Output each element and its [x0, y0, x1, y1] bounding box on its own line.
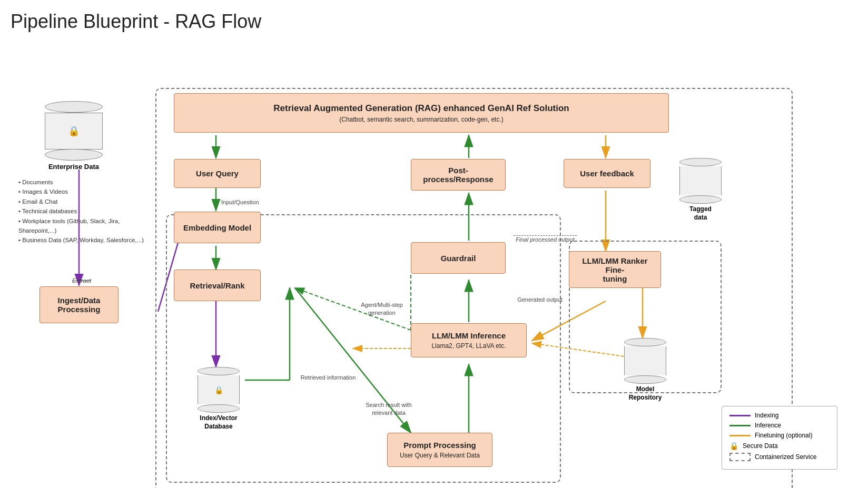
enterprise-list: • Documents • Images & Videos • Email & …: [18, 177, 145, 245]
ent-item-4: • Technical databases: [18, 206, 145, 216]
ent-item-6: • Business Data (SAP, Workday, Salesforc…: [18, 235, 145, 245]
legend-green-line: [729, 425, 751, 426]
cylinder-top: [45, 101, 103, 113]
agent-multi-label: Agent/Multi-step generation: [350, 301, 413, 317]
index-vector-label: Index/Vector Database: [200, 414, 237, 431]
enterprise-label: Enterprise Data: [48, 163, 99, 171]
diagram: Retrieval Augmented Generation (RAG) enh…: [11, 43, 843, 485]
legend-containerized: Containerized Service: [729, 453, 830, 461]
legend-finetuning: Finetuning (optional): [729, 432, 830, 439]
cylinder-bottom: [45, 149, 103, 161]
legend-box: Indexing Inference Finetuning (optional)…: [722, 406, 837, 470]
model-repo-label: Model Repository: [629, 385, 662, 402]
embedding-model-box: Embedding Model: [174, 212, 261, 243]
vector-lock-icon: 🔒: [214, 386, 223, 394]
legend-purple-line: [729, 415, 751, 416]
user-feedback-box: User feedback: [564, 159, 650, 188]
legend-inference-label: Inference: [755, 422, 781, 429]
small-cyl-body: 🔒: [198, 375, 240, 404]
llm-inference-box: LLM/LMM Inference Llama2, GPT4, LLaVA et…: [411, 323, 527, 357]
small-cyl-top: [198, 367, 240, 375]
tagged-data-cylinder: Tagged data: [679, 158, 722, 222]
extract-label: Extract: [66, 276, 97, 285]
page-title: Pipeline Blueprint - RAG Flow: [11, 11, 857, 33]
rag-title-box: Retrieval Augmented Generation (RAG) enh…: [174, 93, 669, 133]
legend-indexing: Indexing: [729, 412, 830, 419]
ingest-data-box: Ingest/Data Processing: [40, 286, 119, 323]
model-repo-top: [624, 338, 666, 346]
lock-icon: 🔒: [68, 125, 80, 137]
legend-indexing-label: Indexing: [755, 412, 778, 419]
legend-dashed-box: [729, 453, 751, 461]
user-query-box: User Query: [174, 159, 261, 188]
prompt-processing-box: Prompt Processing User Query & Relevant …: [387, 433, 492, 467]
ent-item-5: • Workplace tools (Github, Slack, Jira, …: [18, 216, 145, 236]
ent-item-2: • Images & Videos: [18, 187, 145, 196]
tagged-cyl-top: [679, 158, 722, 166]
index-vector-cylinder: 🔒 Index/Vector Database: [198, 367, 240, 431]
post-process-box: Post- process/Response: [411, 159, 506, 191]
legend-inference: Inference: [729, 422, 830, 429]
search-result-label: Search result with relevant data: [357, 401, 420, 417]
legend-lock-icon: 🔒: [729, 442, 738, 450]
generated-output-label: Generated output: [511, 296, 569, 304]
enterprise-data-cylinder: 🔒 Enterprise Data: [45, 101, 103, 171]
tagged-cyl-body: [679, 166, 722, 195]
model-repo-cylinder: Model Repository: [624, 338, 666, 402]
cylinder-body: 🔒: [45, 113, 103, 150]
small-cyl-bottom: [198, 404, 240, 413]
model-repo-body: [624, 346, 666, 375]
llm-ranker-box: LLM/LMM Ranker Fine- tuning: [569, 251, 661, 288]
tagged-cyl-bottom: [679, 195, 722, 204]
legend-secure-label: Secure Data: [743, 442, 778, 450]
ent-item-3: • Email & Chat: [18, 197, 145, 206]
retrieval-rank-box: Retrieval/Rank: [174, 270, 261, 301]
ent-item-1: • Documents: [18, 177, 145, 187]
legend-orange-line: [729, 435, 751, 436]
guardrail-box: Guardrail: [411, 242, 506, 274]
tagged-data-label: Tagged data: [689, 205, 712, 222]
model-repo-bottom: [624, 375, 666, 384]
legend-containerized-label: Containerized Service: [755, 453, 816, 461]
input-question-label: Input/Question: [221, 198, 284, 206]
legend-finetuning-label: Finetuning (optional): [755, 432, 812, 439]
final-processed-label: Final processed output: [514, 235, 577, 244]
legend-secure: 🔒 Secure Data: [729, 442, 830, 450]
retrieved-info-label: Retrieved information: [299, 374, 357, 382]
